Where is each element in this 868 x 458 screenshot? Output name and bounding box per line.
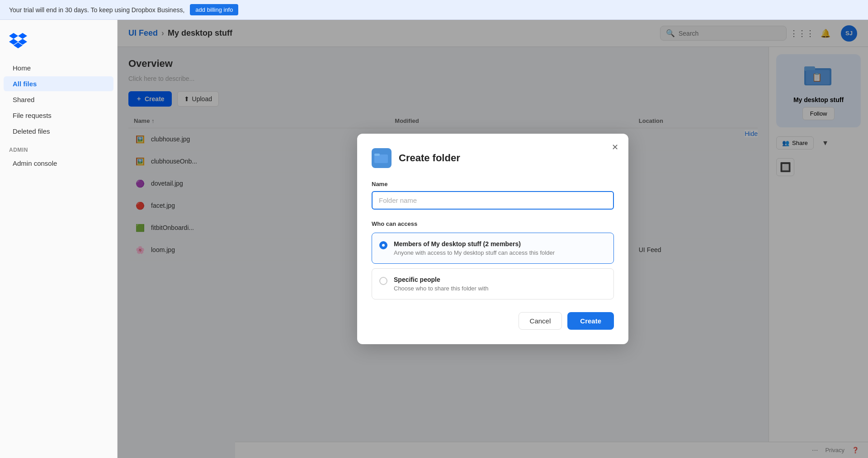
main-content: UI Feed › My desktop stuff 🔍 ⋮⋮⋮ 🔔 SJ Ov…	[118, 20, 868, 458]
trial-message: Your trial will end in 30 days. To keep …	[9, 6, 184, 14]
specific-option-title: Specific people	[394, 276, 489, 283]
specific-radio[interactable]	[379, 277, 387, 285]
create-folder-modal: ✕ Create folder Name Who can access	[357, 134, 628, 344]
cancel-button[interactable]: Cancel	[519, 312, 562, 330]
members-option-title: Members of My desktop stuff (2 members)	[394, 240, 555, 248]
modal-header: Create folder	[372, 148, 614, 168]
sidebar-item-label: Admin console	[13, 159, 57, 167]
sidebar-item-label: All files	[13, 80, 37, 88]
modal-close-button[interactable]: ✕	[609, 141, 621, 154]
sidebar-admin-section: Admin	[0, 140, 117, 155]
sidebar-item-admin-console[interactable]: Admin console	[4, 156, 113, 171]
app-layout: Home All files Shared File requests Dele…	[0, 20, 868, 458]
sidebar-item-label: Shared	[13, 96, 34, 103]
add-billing-button[interactable]: add billing info	[190, 4, 238, 15]
members-radio[interactable]	[379, 241, 387, 249]
modal-title: Create folder	[399, 152, 460, 164]
create-modal-button[interactable]: Create	[567, 312, 614, 330]
members-option-desc: Anyone with access to My desktop stuff c…	[394, 249, 555, 256]
folder-name-input[interactable]	[372, 191, 614, 210]
sidebar-item-label: Deleted files	[13, 127, 50, 135]
modal-folder-icon	[372, 148, 392, 168]
sidebar-item-label: File requests	[13, 112, 52, 119]
members-option[interactable]: Members of My desktop stuff (2 members) …	[372, 233, 614, 264]
sidebar-item-label: Home	[13, 64, 31, 72]
specific-option[interactable]: Specific people Choose who to share this…	[372, 268, 614, 299]
dropbox-logo[interactable]	[0, 27, 117, 60]
specific-option-text: Specific people Choose who to share this…	[394, 276, 489, 292]
sidebar-item-all-files[interactable]: All files	[4, 76, 113, 91]
svg-rect-5	[374, 154, 380, 156]
modal-footer: Cancel Create	[372, 312, 614, 330]
name-label: Name	[372, 181, 614, 187]
sidebar-item-file-requests[interactable]: File requests	[4, 108, 113, 123]
who-can-access-label: Who can access	[372, 220, 614, 227]
sidebar-item-shared[interactable]: Shared	[4, 92, 113, 107]
sidebar: Home All files Shared File requests Dele…	[0, 20, 118, 458]
members-option-text: Members of My desktop stuff (2 members) …	[394, 240, 555, 256]
sidebar-item-home[interactable]: Home	[4, 61, 113, 75]
sidebar-item-deleted-files[interactable]: Deleted files	[4, 124, 113, 139]
modal-overlay[interactable]: ✕ Create folder Name Who can access	[118, 20, 868, 458]
trial-banner: Your trial will end in 30 days. To keep …	[0, 0, 868, 20]
specific-option-desc: Choose who to share this folder with	[394, 285, 489, 292]
